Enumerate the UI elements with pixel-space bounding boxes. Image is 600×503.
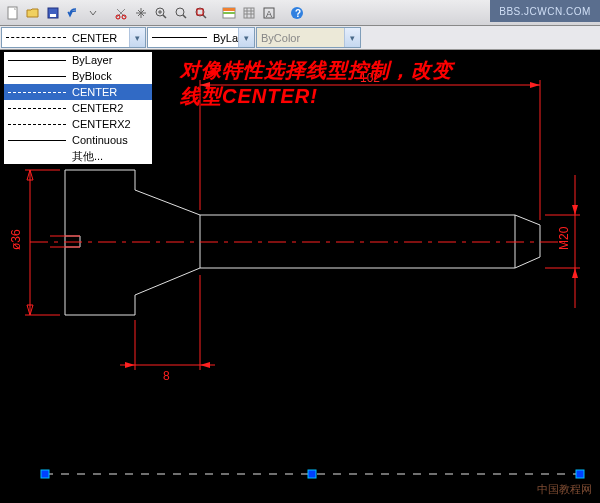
linetype-option-continuous[interactable]: Continuous	[4, 132, 152, 148]
properties-bar: CENTER ▾ ByLayer ▾ ByColor ▾	[0, 26, 600, 50]
zoom-in-icon[interactable]	[152, 4, 170, 22]
dim-slot: 8	[163, 369, 170, 383]
chevron-down-icon[interactable]: ▾	[129, 28, 145, 47]
linetype-dropdown-list: ByLayer ByBlock CENTER CENTER2 CENTERX2 …	[3, 51, 153, 165]
linetype-option-center[interactable]: CENTER	[4, 84, 152, 100]
cut-icon[interactable]	[112, 4, 130, 22]
dim-thread: M20	[557, 226, 571, 250]
dim-diameter: ø36	[9, 229, 23, 250]
combo-label: CENTER	[72, 32, 117, 44]
linetype-option-center2[interactable]: CENTER2	[4, 100, 152, 116]
pan-icon[interactable]	[132, 4, 150, 22]
svg-text:?: ?	[295, 8, 301, 19]
new-file-icon[interactable]	[4, 4, 22, 22]
svg-rect-11	[223, 12, 235, 14]
linetype-combo[interactable]: CENTER ▾	[1, 27, 146, 48]
ortho-icon[interactable]: A	[260, 4, 278, 22]
chevron-down-icon: ▾	[344, 28, 360, 47]
help-icon[interactable]: ?	[288, 4, 306, 22]
zoom-window-icon[interactable]	[172, 4, 190, 22]
layer-linetype-combo[interactable]: ByLayer ▾	[147, 27, 255, 48]
grip-end[interactable]	[576, 470, 584, 478]
linetype-option-other[interactable]: 其他...	[4, 148, 152, 164]
svg-rect-12	[244, 8, 254, 18]
linetype-option-byblock[interactable]: ByBlock	[4, 68, 152, 84]
open-icon[interactable]	[24, 4, 42, 22]
svg-rect-2	[50, 14, 56, 17]
annotation-line2: 线型CENTER!	[180, 83, 453, 109]
zoom-extents-icon[interactable]	[192, 4, 210, 22]
line-sample-icon	[152, 37, 207, 38]
annotation-line1: 对像特性选择线型控制，改变	[180, 57, 453, 83]
undo-icon[interactable]	[64, 4, 82, 22]
combo-label: ByColor	[261, 32, 300, 44]
color-combo: ByColor ▾	[256, 27, 361, 48]
grip-mid[interactable]	[308, 470, 316, 478]
redo-dropdown-icon[interactable]	[84, 4, 102, 22]
line-sample-icon	[6, 37, 66, 38]
chevron-down-icon[interactable]: ▾	[238, 28, 254, 47]
svg-point-6	[176, 8, 184, 16]
annotation-text: 对像特性选择线型控制，改变 线型CENTER!	[180, 57, 453, 109]
watermark-top: BBS.JCWCN.COM	[490, 0, 600, 22]
properties-icon[interactable]	[220, 4, 238, 22]
save-icon[interactable]	[44, 4, 62, 22]
watermark-bottom: 中国教程网	[537, 482, 592, 497]
linetype-option-bylayer[interactable]: ByLayer	[4, 52, 152, 68]
svg-text:A: A	[266, 9, 272, 19]
linetype-option-centerx2[interactable]: CENTERX2	[4, 116, 152, 132]
svg-rect-8	[197, 9, 203, 15]
svg-rect-10	[223, 8, 235, 11]
layers-icon[interactable]	[240, 4, 258, 22]
grip-start[interactable]	[41, 470, 49, 478]
